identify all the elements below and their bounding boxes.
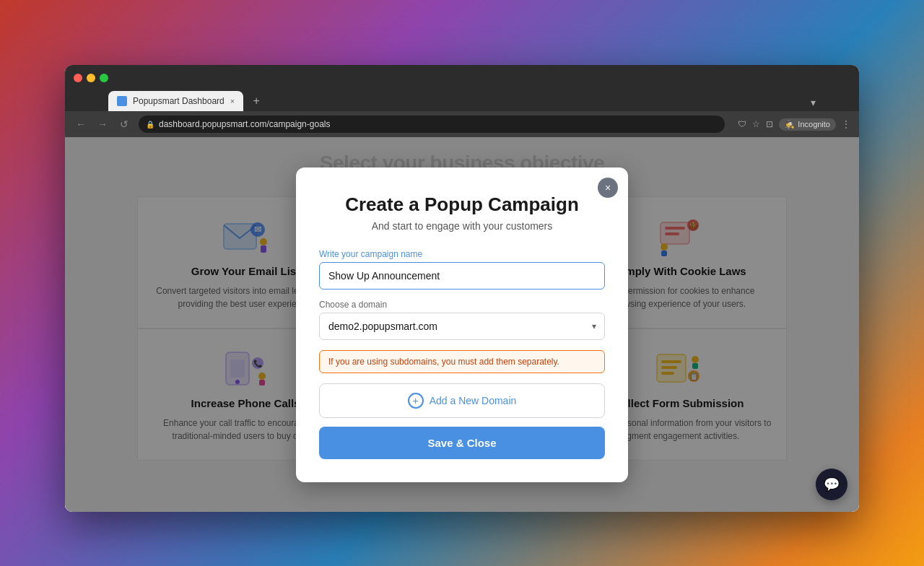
new-tab-button[interactable]: + <box>246 91 266 111</box>
modal-title: Create a Popup Campaign <box>319 193 605 216</box>
browser-tab-active[interactable]: Popupsmart Dashboard × <box>108 91 243 111</box>
traffic-lights <box>74 74 108 82</box>
minimize-traffic-light[interactable] <box>87 74 95 82</box>
address-text: dashboard.popupsmart.com/campaign-goals <box>159 119 330 129</box>
incognito-icon: 🕵 <box>785 120 795 129</box>
incognito-badge: 🕵 Incognito <box>779 118 836 131</box>
warning-text: If you are using subdomains, you must ad… <box>328 357 559 367</box>
maximize-traffic-light[interactable] <box>100 74 108 82</box>
tab-options-icon[interactable]: ⊡ <box>766 119 773 129</box>
lock-icon: 🔒 <box>146 121 154 129</box>
nav-refresh-button[interactable]: ↺ <box>117 118 131 130</box>
campaign-name-label: Write your campaign name <box>319 249 605 259</box>
star-icon[interactable]: ☆ <box>752 119 760 129</box>
domain-label: Choose a domain <box>319 300 605 310</box>
browser-addressbar: ← → ↺ 🔒 dashboard.popupsmart.com/campaig… <box>65 111 859 137</box>
more-options-icon[interactable]: ⋮ <box>842 119 850 129</box>
campaign-name-input[interactable] <box>319 262 605 289</box>
domain-select[interactable]: demo2.popupsmart.com demo.popupsmart.com… <box>319 313 605 340</box>
shield-icon: 🛡 <box>738 119 746 129</box>
modal-close-button[interactable]: × <box>598 178 618 198</box>
create-campaign-modal: × Create a Popup Campaign And start to e… <box>296 167 628 482</box>
nav-back-button[interactable]: ← <box>74 118 88 130</box>
browser-actions: 🛡 ☆ ⊡ 🕵 Incognito ⋮ <box>738 118 850 131</box>
tab-favicon <box>117 96 127 106</box>
page-content: Select your business objective ✉ <box>65 137 859 512</box>
domain-select-wrapper: demo2.popupsmart.com demo.popupsmart.com… <box>319 313 605 340</box>
chat-support-button[interactable]: 💬 <box>816 469 847 500</box>
tab-dropdown-icon[interactable]: ▾ <box>811 97 816 111</box>
nav-forward-button[interactable]: → <box>95 118 110 130</box>
browser-titlebar <box>65 65 859 91</box>
close-traffic-light[interactable] <box>74 74 82 82</box>
browser-window: Popupsmart Dashboard × + ▾ ← → ↺ 🔒 dashb… <box>65 65 859 512</box>
domain-group: Choose a domain demo2.popupsmart.com dem… <box>319 300 605 340</box>
subdomain-warning-banner: If you are using subdomains, you must ad… <box>319 350 605 373</box>
chat-icon: 💬 <box>824 476 840 492</box>
save-close-button[interactable]: Save & Close <box>319 427 605 459</box>
tab-label: Popupsmart Dashboard <box>133 96 225 106</box>
modal-subtitle: And start to engage with your customers <box>319 220 605 232</box>
modal-overlay[interactable]: × Create a Popup Campaign And start to e… <box>65 137 859 512</box>
campaign-name-group: Write your campaign name <box>319 249 605 289</box>
add-domain-label: Add a New Domain <box>430 395 517 406</box>
tab-close-button[interactable]: × <box>230 97 235 105</box>
add-domain-button[interactable]: + Add a New Domain <box>319 383 605 418</box>
browser-tab-bar: Popupsmart Dashboard × + ▾ <box>65 91 859 111</box>
address-field[interactable]: 🔒 dashboard.popupsmart.com/campaign-goal… <box>139 116 725 133</box>
plus-icon: + <box>408 393 424 409</box>
incognito-label: Incognito <box>798 120 830 129</box>
